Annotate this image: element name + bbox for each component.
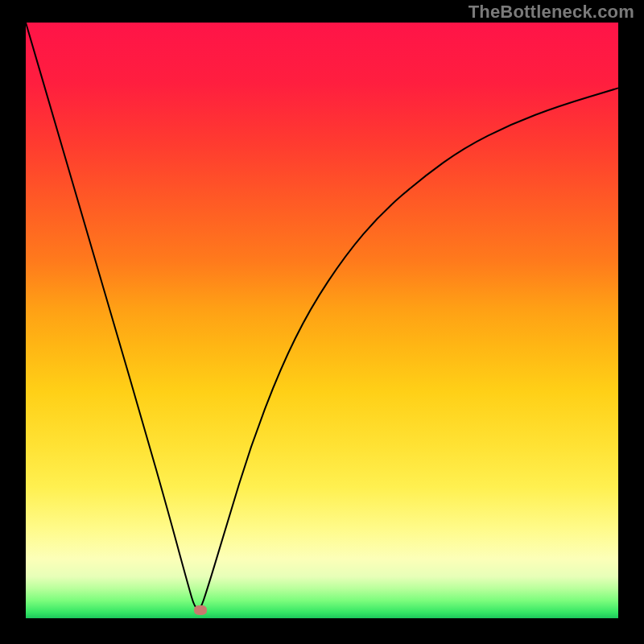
- watermark-text: TheBottleneck.com: [469, 2, 634, 23]
- curve-svg: [26, 23, 618, 618]
- minimum-marker: [194, 605, 207, 615]
- plot-area: [26, 23, 618, 618]
- chart-frame: TheBottleneck.com: [0, 0, 644, 644]
- bottleneck-curve: [26, 23, 618, 609]
